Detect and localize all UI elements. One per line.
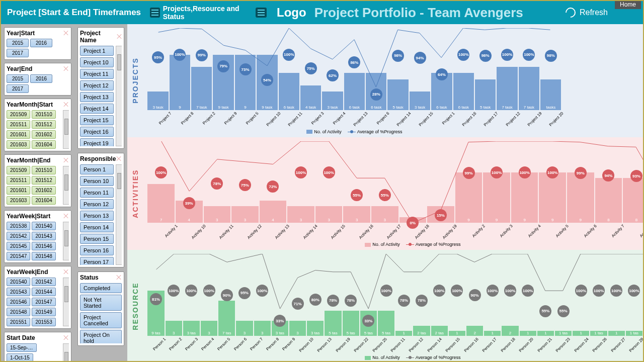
slicer-item[interactable]: 201545	[7, 242, 30, 250]
slicer-item[interactable]: Person 1	[80, 164, 114, 174]
scrollbar[interactable]	[63, 222, 69, 260]
slicer-item[interactable]: 201602	[32, 130, 55, 139]
clear-filter-icon[interactable]	[116, 156, 122, 162]
slicer-item[interactable]: 201512	[32, 176, 55, 185]
slicer-item[interactable]: Project Cancelled	[80, 312, 122, 328]
slicer-item[interactable]: Person 12	[80, 199, 114, 209]
slicer-item[interactable]: 201540	[32, 222, 55, 230]
x-axis-label: Project 20	[546, 111, 565, 130]
slicer-item[interactable]: 201551	[7, 318, 30, 326]
home-button[interactable]: Home	[615, 0, 641, 9]
scrollbar[interactable]	[63, 110, 69, 149]
slicer-item[interactable]: Completed	[80, 283, 122, 293]
slicer-item[interactable]: Project On hold	[80, 330, 122, 343]
slicer-item[interactable]: 201510	[32, 110, 55, 119]
slicer-item[interactable]: Person 16	[80, 245, 114, 255]
slicer-item[interactable]: 201549	[32, 308, 55, 316]
clear-filter-icon[interactable]	[63, 30, 69, 36]
slicer-item[interactable]: 201510	[32, 166, 55, 174]
slicer-item[interactable]: 2015	[7, 74, 29, 83]
slicer-item[interactable]: Project 1	[80, 46, 114, 56]
slicer-item[interactable]: 201509	[7, 166, 30, 174]
page-title: Project Portfolio - Team Avengers	[314, 5, 523, 21]
slicer-item[interactable]: Project 13	[80, 92, 114, 102]
clear-filter-icon[interactable]	[63, 102, 69, 108]
slicer-item[interactable]: 201542	[32, 278, 55, 286]
chart-legend: No. of Activity .lg-line::after{backgrou…	[147, 241, 644, 248]
slicer-item[interactable]: Project 14	[80, 104, 114, 114]
slicer-item[interactable]: 201546	[7, 298, 30, 306]
panel-title-timeframes: Project [Start & End] Timeframes	[1, 1, 147, 24]
slicer-item[interactable]: 201511	[7, 120, 30, 129]
scrollbar[interactable]	[116, 164, 122, 265]
slicer-item[interactable]: 201538	[7, 222, 30, 230]
slicer-item[interactable]: 201511	[7, 176, 30, 185]
slicer-item[interactable]: 201543	[7, 288, 30, 296]
slicer-item[interactable]: 1-Oct-15	[7, 353, 33, 362]
slicer-item[interactable]: 2017	[7, 49, 29, 57]
slicer-item[interactable]: 201601	[7, 186, 30, 195]
slicer-item[interactable]: Person 10	[80, 176, 114, 186]
slicer-item[interactable]: 201603	[7, 196, 30, 205]
slicer-item[interactable]: Project 12	[80, 80, 114, 90]
slicer-item[interactable]: Project 15	[80, 115, 114, 125]
slicer-item[interactable]: 201546	[32, 242, 55, 250]
clear-filter-icon[interactable]	[116, 275, 122, 281]
chart-section-label: ACTIVITIES	[127, 137, 143, 250]
slicer-item[interactable]: 201603	[7, 140, 30, 149]
clear-filter-icon[interactable]	[63, 213, 69, 219]
slicer-item[interactable]: 201604	[32, 140, 55, 149]
chart-section-label: PROJECTS	[127, 24, 143, 137]
clear-filter-icon[interactable]	[63, 269, 69, 275]
slicer-item[interactable]: Person 15	[80, 234, 114, 244]
chart-section-label: RESOURCE	[127, 250, 143, 362]
refresh-icon	[564, 6, 578, 20]
slicer-item[interactable]: Person 11	[80, 188, 114, 198]
slicer-item[interactable]: 201604	[32, 196, 55, 205]
slicer-item[interactable]: 201548	[7, 308, 30, 316]
slicer-item[interactable]: 2015	[7, 39, 29, 47]
slicer-item[interactable]: 201540	[7, 278, 30, 286]
clear-filter-icon[interactable]	[116, 34, 122, 40]
scrollbar[interactable]	[63, 166, 69, 205]
slicer-item[interactable]: 201512	[32, 120, 55, 129]
refresh-button[interactable]: Refresh	[566, 8, 608, 18]
slicer-item[interactable]: 201601	[7, 130, 30, 139]
slicer-item[interactable]: Not Yet Started	[80, 295, 122, 311]
slicer-item[interactable]: 201543	[32, 232, 55, 240]
refresh-label: Refresh	[580, 8, 608, 17]
slicer-item[interactable]: Project 16	[80, 127, 114, 137]
slicer-item[interactable]: 201547	[32, 298, 55, 306]
slicer-item[interactable]: Person 13	[80, 211, 114, 221]
slicer-item[interactable]: Person 17	[80, 257, 114, 265]
slicer-item[interactable]: 201553	[32, 318, 55, 326]
slicer-item[interactable]: Project 19	[80, 138, 114, 146]
clear-filter-icon[interactable]	[63, 157, 69, 163]
slicer-item[interactable]: 15-Sep-…	[7, 343, 37, 352]
scrollbar[interactable]	[63, 278, 69, 326]
clear-filter-icon[interactable]	[63, 335, 69, 341]
slicer-item[interactable]: Project 11	[80, 69, 114, 79]
slicer-item[interactable]: Person 14	[80, 222, 114, 232]
slicer-item[interactable]: 201547	[7, 252, 30, 260]
slicer-item[interactable]: Project 10	[80, 57, 114, 67]
slicer-item[interactable]: 201548	[32, 252, 55, 260]
slicer-item[interactable]: 2016	[30, 74, 52, 83]
hamburger-icon[interactable]	[150, 8, 160, 18]
chart-legend: No. of Activity .lg-line::after{backgrou…	[147, 354, 644, 361]
scrollbar[interactable]	[116, 46, 122, 146]
chart-legend: No. of Activity .lg-line::after{backgrou…	[147, 128, 561, 135]
slicer-item[interactable]: 201544	[32, 288, 55, 296]
slicer-item[interactable]: 2017	[7, 84, 29, 93]
slicer-item[interactable]: 2016	[30, 39, 52, 47]
panel-title-projects: Projects,Resource and Status	[163, 5, 253, 21]
hamburger-icon-2[interactable]	[256, 8, 267, 18]
logo: Logo	[277, 6, 306, 20]
slicer-item[interactable]: 201542	[7, 232, 30, 240]
scrollbar[interactable]	[63, 343, 69, 362]
clear-filter-icon[interactable]	[63, 66, 69, 72]
slicer-item[interactable]: 201509	[7, 110, 30, 119]
slicer-item[interactable]: 201602	[32, 186, 55, 195]
